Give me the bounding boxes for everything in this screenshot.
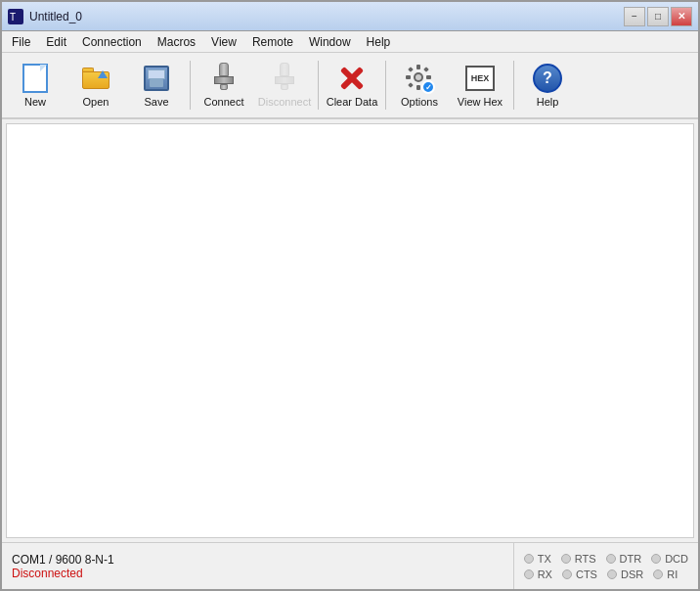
disconnect-button[interactable]: Disconnect [255,56,314,114]
hex-text: HEX [465,66,495,91]
toolbar-separator-1 [190,61,191,110]
menu-macros[interactable]: Macros [150,31,203,52]
title-controls: − □ ✕ [624,7,692,26]
label-rx: RX [538,568,552,580]
minimize-button[interactable]: − [624,7,645,26]
options-label: Options [401,96,438,108]
svg-text:T: T [10,12,16,23]
disconnect-label: Disconnect [258,96,311,108]
status-left: COM1 / 9600 8-N-1 Disconnected [2,543,514,589]
indicator-rts: RTS [561,553,596,565]
indicator-rx: RX [524,568,552,580]
label-dsr: DSR [621,568,643,580]
view-hex-label: View Hex [458,96,503,108]
menu-edit[interactable]: Edit [38,31,74,52]
open-button[interactable]: Open [66,56,125,114]
connect-icon [208,63,240,94]
clear-data-label: Clear Data [327,96,378,108]
svg-rect-9 [423,67,429,72]
indicator-tx: TX [524,553,551,565]
open-icon [80,63,111,94]
indicator-ri: RI [653,568,678,580]
view-hex-icon: HEX [464,63,496,94]
menu-connection[interactable]: Connection [74,31,150,52]
status-right: TX RTS DTR DCD [514,543,698,589]
help-button[interactable]: ? Help [518,56,577,114]
svg-point-3 [416,74,421,80]
save-button[interactable]: Save [127,56,186,114]
view-hex-button[interactable]: HEX View Hex [451,56,509,114]
label-tx: TX [538,553,551,565]
svg-rect-7 [426,75,431,79]
connect-button[interactable]: Connect [195,56,253,114]
menu-file[interactable]: File [4,31,38,52]
window-title: Untitled_0 [29,10,82,23]
options-check-badge: ✓ [421,80,435,94]
disconnect-icon [269,63,300,94]
connection-status: Disconnected [12,567,503,580]
led-rx [524,569,534,579]
save-icon [141,63,172,94]
menu-help[interactable]: Help [359,31,399,52]
status-indicators: TX RTS DTR DCD [524,553,688,580]
options-button[interactable]: ✓ Options [390,56,449,114]
label-dtr: DTR [620,553,642,565]
new-icon [20,63,51,94]
title-bar: T Untitled_0 − □ ✕ [2,2,698,31]
new-label: New [24,96,46,108]
indicator-cts: CTS [562,568,597,580]
new-button[interactable]: New [6,56,65,114]
options-icon: ✓ [404,63,435,94]
svg-rect-5 [416,85,420,90]
status-bar: COM1 / 9600 8-N-1 Disconnected TX RTS [2,542,698,589]
clear-data-button[interactable]: Clear Data [323,56,381,114]
menu-bar: File Edit Connection Macros View Remote … [2,31,698,53]
svg-rect-4 [416,65,420,69]
help-label: Help [537,96,559,108]
close-button[interactable]: ✕ [671,7,692,26]
indicator-dtr: DTR [606,553,642,565]
save-label: Save [144,96,168,108]
toolbar: New Open Save [2,53,698,119]
open-label: Open [83,96,109,108]
led-tx [524,554,534,564]
label-rts: RTS [575,553,596,565]
label-dcd: DCD [665,553,688,565]
led-cts [562,569,572,579]
indicator-row-1: TX RTS DTR DCD [524,553,688,565]
led-dsr [607,569,617,579]
indicator-dcd: DCD [651,553,688,565]
label-ri: RI [667,568,678,580]
led-ri [653,569,663,579]
svg-rect-6 [406,75,411,79]
led-dcd [651,554,661,564]
connect-label: Connect [204,96,244,108]
toolbar-separator-3 [385,61,386,110]
help-icon: ? [532,63,563,94]
toolbar-separator-4 [513,61,514,110]
restore-button[interactable]: □ [647,7,669,26]
port-status: COM1 / 9600 8-N-1 [12,553,503,567]
svg-rect-10 [408,82,414,88]
menu-remote[interactable]: Remote [244,31,301,52]
main-content-area[interactable] [6,123,694,538]
menu-window[interactable]: Window [301,31,359,52]
main-window: T Untitled_0 − □ ✕ File Edit Connection … [0,0,700,591]
led-rts [561,554,571,564]
toolbar-separator-2 [318,61,319,110]
app-icon: T [8,9,23,24]
svg-rect-8 [408,67,414,72]
title-bar-left: T Untitled_0 [8,9,82,24]
indicator-row-2: RX CTS DSR RI [524,568,688,580]
indicator-dsr: DSR [607,568,643,580]
menu-view[interactable]: View [203,31,244,52]
label-cts: CTS [576,568,597,580]
led-dtr [606,554,616,564]
clear-data-icon [336,63,368,94]
